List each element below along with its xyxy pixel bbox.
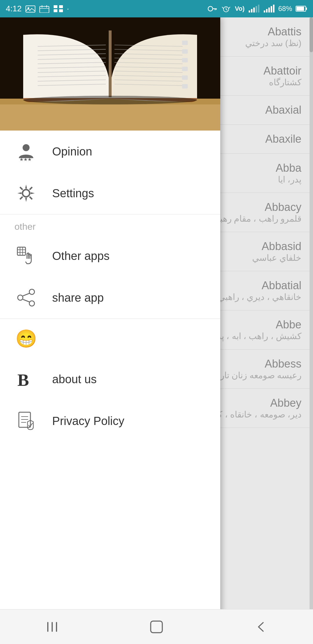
svg-rect-16	[251, 9, 252, 12]
svg-rect-51	[182, 41, 188, 45]
bottom-nav	[0, 609, 313, 644]
svg-point-60	[23, 190, 29, 196]
svg-rect-8	[54, 9, 57, 12]
svg-point-10	[208, 6, 213, 11]
svg-rect-2	[40, 6, 49, 13]
svg-rect-61	[17, 247, 26, 255]
dot-indicator: ·	[67, 4, 69, 13]
drawer-menu: ★★★ Opinion	[0, 131, 220, 627]
svg-rect-6	[54, 5, 57, 8]
about-us-menu-item[interactable]: B about us	[0, 358, 220, 400]
svg-rect-15	[249, 10, 250, 12]
svg-rect-17	[253, 8, 255, 12]
gallery-icon	[25, 5, 36, 13]
signal-bars-2	[263, 5, 275, 13]
key-icon	[207, 5, 217, 13]
svg-rect-21	[266, 9, 267, 12]
svg-rect-7	[59, 5, 63, 8]
section-label-other: other	[0, 214, 220, 235]
drawer-hero-image	[0, 17, 220, 131]
battery-icon	[296, 5, 307, 12]
status-bar: 4:12 ·	[0, 0, 313, 17]
opinion-label: Opinion	[52, 145, 92, 158]
privacy-policy-menu-item[interactable]: Privacy Policy	[0, 400, 220, 442]
svg-rect-52	[182, 49, 188, 54]
about-us-icon: B	[14, 368, 38, 391]
emoji-icon: 😁	[14, 327, 38, 350]
time-display: 4:12	[6, 4, 22, 13]
svg-point-67	[18, 295, 23, 300]
svg-rect-22	[268, 8, 270, 12]
svg-line-69	[23, 293, 30, 296]
home-button[interactable]	[139, 615, 174, 638]
navigation-drawer: ★★★ Opinion	[0, 17, 220, 627]
status-left: 4:12 ·	[6, 4, 69, 13]
svg-rect-55	[182, 75, 188, 80]
svg-point-58	[23, 144, 30, 151]
opinion-menu-item[interactable]: ★★★ Opinion	[0, 131, 220, 172]
svg-rect-9	[59, 9, 63, 12]
share-app-label: share app	[52, 291, 104, 304]
svg-point-68	[29, 301, 34, 306]
settings-icon	[14, 182, 38, 205]
svg-point-66	[29, 289, 34, 294]
battery-percent: 68%	[278, 5, 292, 13]
signal-bars	[248, 5, 260, 13]
svg-rect-20	[264, 10, 265, 12]
other-apps-menu-item[interactable]: Other apps	[0, 235, 220, 277]
svg-rect-53	[182, 58, 188, 62]
svg-rect-26	[296, 7, 304, 11]
privacy-policy-icon	[14, 409, 38, 433]
svg-text:★★★: ★★★	[19, 157, 32, 162]
svg-line-70	[23, 299, 30, 302]
share-icon	[14, 286, 38, 309]
about-us-label: about us	[52, 373, 97, 386]
svg-rect-18	[256, 6, 257, 12]
settings-label: Settings	[52, 187, 94, 200]
book-illustration	[0, 17, 220, 131]
svg-rect-27	[306, 8, 307, 10]
other-apps-icon	[14, 244, 38, 267]
svg-rect-23	[271, 6, 272, 12]
recent-apps-button[interactable]	[35, 615, 70, 638]
back-button[interactable]	[243, 615, 278, 638]
svg-rect-56	[182, 84, 188, 88]
main-content: Abattis (نظ) سد درختي Abattoir كشتارگاه …	[0, 17, 313, 627]
status-right: Vo) 68%	[207, 5, 307, 13]
emoji-row: 😁	[0, 319, 220, 358]
svg-rect-0	[26, 6, 35, 12]
svg-text:B: B	[17, 370, 29, 389]
calendar-icon	[39, 5, 50, 13]
svg-rect-54	[182, 67, 188, 71]
volte-indicator: Vo)	[235, 5, 245, 12]
privacy-policy-label: Privacy Policy	[52, 415, 124, 428]
svg-rect-24	[273, 5, 274, 12]
svg-rect-79	[151, 621, 162, 633]
settings-menu-item[interactable]: Settings	[0, 172, 220, 214]
opinion-icon: ★★★	[14, 140, 38, 163]
svg-point-57	[23, 96, 197, 104]
app-grid-icon	[53, 5, 63, 13]
svg-rect-19	[258, 5, 259, 12]
alarm-icon	[221, 5, 231, 13]
other-apps-label: Other apps	[52, 249, 110, 263]
share-app-menu-item[interactable]: share app	[0, 277, 220, 319]
